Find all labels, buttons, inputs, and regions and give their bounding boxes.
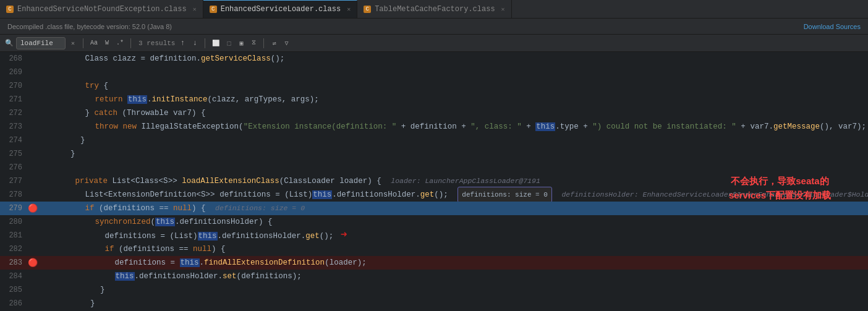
tab-icon-3: C xyxy=(364,6,371,13)
callout-text-line2: services下配置没有加载 xyxy=(729,189,831,203)
table-row: 284 this.definitionsHolder.set(definitio… xyxy=(0,270,868,283)
table-row: 268 Class clazz = definition.getServiceC… xyxy=(0,52,868,66)
table-row: 275 } xyxy=(0,147,868,161)
line-code: definitions = this.findAllExtensionDefin… xyxy=(38,256,868,270)
line-number: 285 xyxy=(0,286,27,294)
tab-factory[interactable]: C TableMetaCacheFactory.class ✕ xyxy=(357,0,511,18)
find-in-files-button[interactable]: ⬚ xyxy=(224,38,234,48)
line-number: 268 xyxy=(0,54,27,63)
line-number: 283 xyxy=(0,258,27,267)
next-result-button[interactable]: ↓ xyxy=(190,38,200,49)
table-row: 285 } xyxy=(0,283,868,297)
line-code: throw new IllegalStateException("Extensi… xyxy=(38,120,868,134)
table-row: 270 try { xyxy=(0,79,868,93)
table-row: 274 } xyxy=(0,134,868,147)
line-number: 284 xyxy=(0,272,27,281)
line-code: } xyxy=(38,147,868,161)
breakpoint-icon: 🔴 xyxy=(28,203,38,213)
decompiled-info: Decompiled .class file, bytecode version… xyxy=(7,23,172,30)
tab-close-1[interactable]: ✕ xyxy=(193,6,197,13)
whole-word-button[interactable]: W xyxy=(102,38,112,48)
table-row: 282 if (definitions == null) { xyxy=(0,242,868,256)
line-number: 271 xyxy=(0,95,27,104)
tab-bar: C EnhancedServiceNotFoundException.class… xyxy=(0,0,868,19)
line-number: 269 xyxy=(0,68,27,77)
line-code: } catch (Throwable var7) { xyxy=(38,106,868,120)
table-row: 271 return this.initInstance(clazz, argT… xyxy=(0,93,868,106)
results-count: 3 results xyxy=(138,40,175,47)
line-code: } xyxy=(38,297,868,310)
table-row: 276 xyxy=(0,161,868,174)
table-row: 286 } xyxy=(0,297,868,310)
breakpoint-marker: 🔴 xyxy=(27,203,38,213)
filter-button[interactable]: ⧖ xyxy=(249,38,258,48)
info-bar: Decompiled .class file, bytecode version… xyxy=(0,19,868,35)
line-code: } xyxy=(38,134,868,147)
line-number: 274 xyxy=(0,136,27,145)
breakpoint-marker: 🔴 xyxy=(27,258,38,268)
toolbar-separator-3 xyxy=(205,38,205,48)
line-code: try { xyxy=(38,79,868,93)
tab-close-2[interactable]: ✕ xyxy=(347,6,351,13)
prev-result-button[interactable]: ↑ xyxy=(177,38,187,49)
line-number: 275 xyxy=(0,150,27,158)
search-value: loadFile xyxy=(20,40,53,47)
tab-label-3: TableMetaCacheFactory.class xyxy=(375,5,495,14)
line-number: 278 xyxy=(0,190,27,199)
tab-label-1: EnhancedServiceNotFoundException.class xyxy=(17,5,187,14)
toolbar-separator-4 xyxy=(263,38,264,48)
scope-button[interactable]: ⬜ xyxy=(210,38,221,48)
line-number: 273 xyxy=(0,122,27,131)
tab-icon-1: C xyxy=(6,6,14,13)
table-row: 269 xyxy=(0,66,868,79)
tab-icon-2: C xyxy=(210,6,217,13)
download-sources-link[interactable]: Download Sources xyxy=(804,23,861,30)
line-code: if (definitions == null) { definitions: … xyxy=(38,202,868,215)
align-button[interactable]: ⇌ xyxy=(269,38,279,48)
line-code: Class clazz = definition.getServiceClass… xyxy=(38,52,868,66)
toolbar: 🔍 loadFile ✕ Aa W .* 3 results ↑ ↓ ⬜ ⬚ ▣… xyxy=(0,35,868,52)
tab-label-2: EnhancedServiceLoader.class xyxy=(221,5,341,14)
tab-loader[interactable]: C EnhancedServiceLoader.class ✕ xyxy=(203,0,357,18)
line-number: 270 xyxy=(0,82,27,90)
line-number: 281 xyxy=(0,231,27,240)
line-number: 276 xyxy=(0,163,27,172)
table-row: 283 🔴 definitions = this.findAllExtensio… xyxy=(0,256,868,270)
tab-close-3[interactable]: ✕ xyxy=(501,6,505,13)
table-row: 272 } catch (Throwable var7) { xyxy=(0,106,868,120)
toolbar-separator-1 xyxy=(83,38,83,48)
line-code: synchronized(this.definitionsHolder) { xyxy=(38,215,868,229)
line-code: if (definitions == null) { xyxy=(38,242,868,256)
search-icon: 🔍 xyxy=(5,39,14,47)
line-code: this.definitionsHolder.set(definitions); xyxy=(38,270,868,283)
toolbar-separator-2 xyxy=(130,38,131,48)
code-area: 268 Class clazz = definition.getServiceC… xyxy=(0,52,868,311)
callout-annotation: 不会执行，导致seata的 services下配置没有加载 xyxy=(729,174,831,202)
line-number: 282 xyxy=(0,245,27,253)
line-code: definitions = (List)this.definitionsHold… xyxy=(38,228,868,243)
table-row: 279 🔴 if (definitions == null) { definit… xyxy=(0,202,868,215)
line-number: 277 xyxy=(0,177,27,185)
line-number: 279 xyxy=(0,204,27,213)
search-clear-button[interactable]: ✕ xyxy=(68,38,78,48)
line-number: 280 xyxy=(0,218,27,226)
regex-button[interactable]: .* xyxy=(114,38,126,48)
settings-button[interactable]: ▽ xyxy=(281,38,291,48)
table-row: 273 throw new IllegalStateException("Ext… xyxy=(0,120,868,134)
breakpoint-icon: 🔴 xyxy=(28,258,38,268)
callout-text-line1: 不会执行，导致seata的 xyxy=(729,174,831,189)
table-row: 280 synchronized(this.definitionsHolder)… xyxy=(0,215,868,229)
table-row: 281 definitions = (List)this.definitions… xyxy=(0,229,868,242)
line-number: 286 xyxy=(0,299,27,308)
search-field[interactable]: loadFile xyxy=(16,37,66,49)
case-sensitive-button[interactable]: Aa xyxy=(88,38,100,48)
line-number: 272 xyxy=(0,109,27,117)
line-code: return this.initInstance(clazz, argTypes… xyxy=(38,93,868,106)
code-content: 268 Class clazz = definition.getServiceC… xyxy=(0,52,868,311)
options-button[interactable]: ▣ xyxy=(236,38,246,48)
line-code: } xyxy=(38,283,868,297)
tab-exception[interactable]: C EnhancedServiceNotFoundException.class… xyxy=(0,0,203,18)
